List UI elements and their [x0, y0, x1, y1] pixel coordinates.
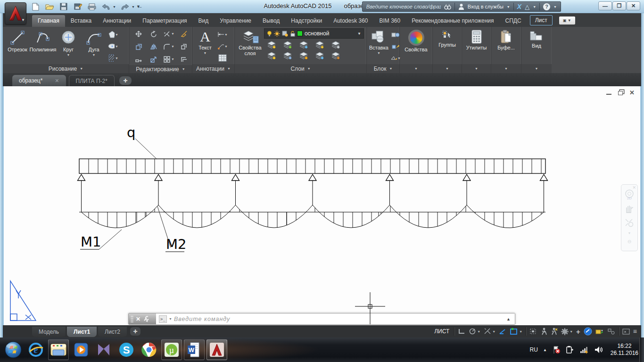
taskbar-clock[interactable]: 16:2226.11.2016	[608, 343, 638, 357]
navigation-bar[interactable]: ✕ 2D ▼ ⊖	[621, 184, 638, 251]
tab-parametrizaciya[interactable]: Параметризация	[137, 15, 192, 27]
tab-nadstroyki[interactable]: Надстройки	[285, 15, 328, 27]
zoom-extents-icon[interactable]	[624, 218, 635, 227]
array-icon[interactable]: ▼	[162, 53, 176, 65]
annotation-scale-icon[interactable]: ▼	[561, 328, 573, 335]
fullscreen-icon[interactable]	[622, 329, 630, 335]
block-edit-icon[interactable]	[390, 30, 401, 39]
tab-autodesk360[interactable]: Autodesk 360	[328, 15, 373, 27]
signin-button[interactable]: Вход в службы	[468, 4, 504, 9]
signin-dropdown-icon[interactable]: ▼	[507, 5, 510, 8]
layer-dropdown-arrow[interactable]: ▼	[357, 32, 361, 36]
utorrent-icon[interactable]: µ	[161, 339, 182, 360]
wrench-icon[interactable]	[143, 316, 149, 322]
drawing-canvas[interactable]: qM1M2 ✕ ✕ 2D ▼ ⊖ ✕ >_ ▼ Введите команду	[4, 86, 640, 325]
new-layout-button[interactable]: ✚	[130, 327, 140, 336]
show-desktop-button[interactable]	[639, 337, 644, 362]
autodesk360-icon[interactable]: △	[525, 3, 529, 10]
language-indicator[interactable]: RU	[530, 346, 538, 353]
file-tab-obrazec[interactable]: образец*✕	[12, 75, 66, 86]
application-menu-button[interactable]: ▼	[5, 2, 26, 25]
mirror-icon[interactable]	[147, 41, 161, 52]
isolate-objects-icon[interactable]	[595, 328, 604, 335]
move-icon[interactable]	[132, 28, 146, 40]
layer-isolate-icon[interactable]	[266, 51, 277, 60]
panel-label-properties[interactable]: ▼	[400, 64, 432, 73]
polar-tracking-icon[interactable]: ▼	[469, 328, 480, 335]
layer-copy-objects-icon[interactable]	[282, 51, 293, 60]
layer-off-icon[interactable]	[266, 40, 277, 49]
new-tab-button[interactable]: ✚	[119, 76, 132, 85]
close-tab-icon[interactable]: ✕	[55, 78, 59, 84]
internet-explorer-icon[interactable]: e	[25, 339, 46, 360]
drag-grip-icon[interactable]	[131, 315, 133, 323]
network-signal-icon[interactable]	[579, 346, 589, 354]
command-history-icon[interactable]: ▼	[169, 317, 172, 321]
drawing-close-icon[interactable]: ✕	[629, 90, 635, 96]
help-icon[interactable]: ?	[543, 3, 550, 10]
tab-glavnaya[interactable]: Главная	[32, 15, 65, 27]
panel-label-annotate[interactable]: Аннотации▼	[192, 64, 234, 73]
dynamic-input-icon[interactable]	[499, 328, 506, 335]
command-close-icon[interactable]: ✕	[136, 316, 140, 322]
panel-label-utilities[interactable]: ▼	[462, 64, 491, 73]
layer-match-icon[interactable]	[282, 40, 293, 49]
layer-thaw-all-icon[interactable]	[298, 51, 309, 60]
chrome-icon[interactable]	[139, 339, 159, 360]
object-snap-tracking-icon[interactable]: ▼	[484, 328, 495, 335]
tab-bim360[interactable]: BIM 360	[374, 15, 406, 27]
dimension-icon[interactable]: ▼	[217, 30, 228, 39]
panel-label-view[interactable]: ▼	[521, 64, 552, 73]
tab-vstavka[interactable]: Вставка	[65, 15, 98, 27]
command-line-bar[interactable]: ✕ >_ ▼ Введите команду ▲	[128, 313, 515, 325]
word-icon[interactable]: W	[184, 339, 205, 360]
layer-delete-icon[interactable]	[330, 51, 341, 60]
tab-list[interactable]: Лист	[530, 15, 553, 25]
ortho-icon[interactable]	[458, 328, 465, 335]
panel-label-clipboard[interactable]: ▼	[491, 64, 521, 73]
space-toggle-button[interactable]: ЛИСТ	[434, 328, 449, 335]
annotation-visibility-icon[interactable]	[540, 328, 547, 335]
tab-annotacii[interactable]: Аннотации	[97, 15, 137, 27]
selection-cycling-icon[interactable]	[529, 328, 537, 335]
start-button[interactable]	[3, 339, 24, 360]
infocenter-search-input[interactable]	[366, 3, 441, 10]
pan-hand-icon[interactable]	[624, 204, 635, 214]
skype-icon[interactable]: S	[116, 339, 137, 360]
layer-lock-icon[interactable]	[314, 40, 325, 49]
properties-button[interactable]: Свойства	[404, 28, 429, 64]
command-bar-handle[interactable]: ✕	[129, 313, 156, 324]
tray-expand-icon[interactable]: ▲	[543, 348, 547, 352]
autocad-taskbar-icon[interactable]	[206, 339, 227, 360]
ribbon-display-toggle[interactable]: ▣ ▼	[559, 16, 575, 25]
restore-button[interactable]: ❒	[612, 1, 626, 10]
block-attr-icon[interactable]	[390, 41, 401, 51]
drawing-minimize-icon[interactable]	[606, 90, 611, 95]
help-dropdown-icon[interactable]: ▼	[553, 5, 557, 8]
panel-label-block[interactable]: Блок▼	[367, 64, 399, 73]
tab-model[interactable]: Модель	[32, 327, 66, 337]
layer-unlock-icon[interactable]	[314, 51, 325, 60]
windows-explorer-icon[interactable]	[48, 339, 69, 360]
customization-menu-icon[interactable]: ≡	[633, 328, 636, 335]
search-icon[interactable]	[444, 4, 451, 10]
panel-label-draw[interactable]: Рисование▼	[3, 64, 129, 73]
tab-layout2[interactable]: Лист2	[98, 327, 127, 337]
minimize-button[interactable]: —	[598, 1, 612, 10]
workspace-plus-icon[interactable]: +	[576, 328, 580, 336]
action-center-icon[interactable]	[552, 346, 561, 354]
ellipse-icon[interactable]: ▼	[108, 41, 118, 51]
circle-button[interactable]: Круг▼	[56, 28, 81, 64]
table-icon[interactable]	[217, 53, 228, 63]
layer-properties-button[interactable]: Свойства слоя	[237, 28, 263, 64]
clipboard-button[interactable]: Буфе...	[494, 28, 519, 64]
copy-icon[interactable]	[132, 41, 146, 52]
rotate-icon[interactable]	[147, 28, 161, 40]
tab-upravlenie[interactable]: Управление	[214, 15, 257, 27]
user-icon[interactable]	[458, 3, 464, 10]
explode-icon[interactable]	[177, 41, 191, 52]
hatch-icon[interactable]: ▼	[108, 53, 118, 63]
layer-dropdown[interactable]: основной ▼	[264, 28, 364, 39]
layer-freeze-icon[interactable]	[298, 40, 309, 49]
tab-vid[interactable]: Вид	[193, 15, 215, 27]
